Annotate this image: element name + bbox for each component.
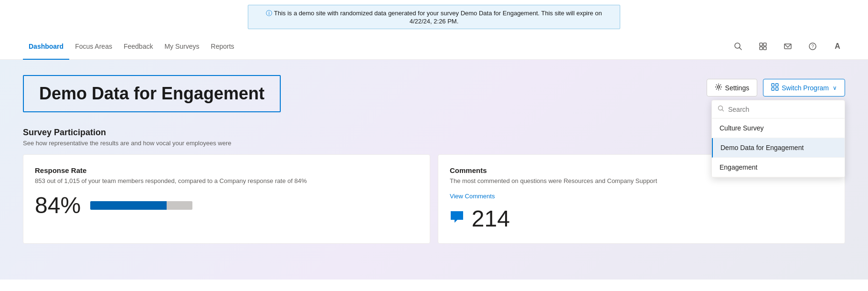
dropdown-item-demo-data[interactable]: Demo Data for Engagement: [712, 138, 845, 158]
switch-program-button[interactable]: Switch Program ∨: [763, 79, 845, 97]
response-rate-value: 84%: [35, 192, 81, 218]
svg-rect-2: [760, 43, 762, 46]
progress-bar: [90, 201, 192, 210]
switch-program-icon: [771, 83, 779, 92]
comments-desc: The most commented on questions were Res…: [450, 177, 833, 184]
nav-item-feedback[interactable]: Feedback: [118, 33, 159, 60]
main-content: Demo Data for Engagement Settings: [0, 60, 868, 280]
settings-button[interactable]: Settings: [707, 79, 758, 97]
settings-label: Settings: [725, 84, 750, 92]
chevron-down-icon: ∨: [833, 85, 837, 91]
progress-bar-fill: [90, 201, 167, 210]
svg-rect-10: [772, 84, 774, 86]
svg-line-1: [740, 47, 742, 50]
dropdown-item-label: Engagement: [720, 163, 757, 171]
progress-bar-empty: [167, 201, 192, 210]
view-comments-link[interactable]: View Comments: [450, 193, 495, 200]
response-rate-display: 84%: [35, 192, 418, 218]
svg-rect-11: [776, 84, 779, 86]
svg-rect-5: [763, 47, 766, 50]
svg-rect-12: [772, 88, 774, 91]
switch-icon-button[interactable]: [755, 39, 771, 54]
nav-item-dashboard[interactable]: Dashboard: [23, 33, 69, 60]
response-rate-card: Response Rate 853 out of 1,015 of your t…: [23, 154, 430, 244]
dropdown-search-container: [712, 100, 845, 119]
nav-label-reports: Reports: [211, 43, 234, 50]
nav-item-my-surveys[interactable]: My Surveys: [159, 33, 205, 60]
dropdown-item-label: Culture Survey: [720, 124, 764, 132]
nav-icons: ? A: [730, 39, 845, 54]
page-title-box: Demo Data for Engagement: [23, 75, 281, 112]
page-title: Demo Data for Engagement: [39, 84, 265, 104]
navbar: Dashboard Focus Areas Feedback My Survey…: [0, 33, 868, 60]
title-section: Demo Data for Engagement Settings: [23, 75, 845, 112]
nav-label-my-surveys: My Surveys: [164, 43, 199, 50]
dropdown-item-label: Demo Data for Engagement: [720, 144, 804, 151]
info-icon: ⓘ: [266, 10, 272, 17]
mail-icon-button[interactable]: [780, 39, 795, 54]
demo-banner: ⓘ This is a demo site with randomized da…: [248, 5, 620, 29]
response-rate-desc: 853 out of 1,015 of your team members re…: [35, 177, 418, 184]
response-rate-title: Response Rate: [35, 166, 418, 174]
svg-rect-4: [760, 47, 762, 50]
comments-count-display: 214: [450, 205, 833, 232]
svg-point-9: [717, 86, 720, 88]
svg-rect-3: [763, 43, 766, 46]
help-icon-button[interactable]: ?: [805, 39, 820, 54]
nav-label-focus-areas: Focus Areas: [75, 43, 112, 50]
dropdown-search-input[interactable]: [728, 106, 839, 113]
gear-icon: [715, 83, 722, 92]
dropdown-item-culture-survey[interactable]: Culture Survey: [712, 119, 845, 138]
comment-bubble-icon: [450, 212, 468, 226]
comments-count-value: 214: [472, 206, 510, 231]
dropdown-search-icon: [718, 105, 724, 113]
title-actions: Settings Switch Program ∨: [707, 79, 845, 97]
font-icon-button[interactable]: A: [830, 39, 845, 54]
nav-item-reports[interactable]: Reports: [205, 33, 240, 60]
switch-program-label: Switch Program: [782, 84, 829, 92]
switch-program-dropdown: Culture Survey Demo Data for Engagement …: [711, 100, 845, 178]
nav-item-focus-areas[interactable]: Focus Areas: [69, 33, 118, 60]
dropdown-item-engagement[interactable]: Engagement: [712, 158, 845, 177]
svg-text:?: ?: [811, 44, 814, 49]
nav-label-feedback: Feedback: [124, 43, 153, 50]
banner-text: This is a demo site with randomized data…: [274, 10, 602, 25]
search-icon-button[interactable]: [730, 39, 746, 54]
nav-label-dashboard: Dashboard: [29, 43, 64, 50]
svg-line-15: [722, 109, 723, 111]
svg-rect-13: [776, 88, 779, 91]
